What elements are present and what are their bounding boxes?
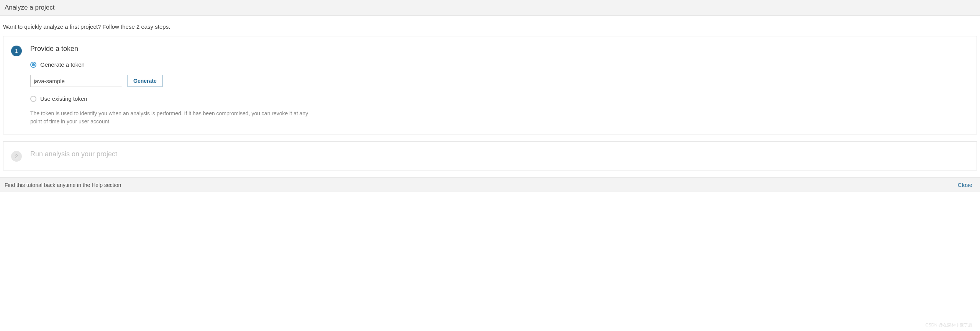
step1-number: 1: [11, 46, 22, 56]
page-title: Analyze a project: [5, 4, 975, 11]
step1-body: Provide a token Generate a token Generat…: [30, 45, 969, 126]
token-help-text: The token is used to identify you when a…: [30, 110, 310, 126]
intro-text: Want to quickly analyze a first project?…: [0, 16, 980, 36]
step1-title: Provide a token: [30, 45, 969, 53]
radio-existing-token[interactable]: Use existing token: [30, 95, 969, 102]
footer-help-text: Find this tutorial back anytime in the H…: [5, 182, 121, 188]
step2-body: Run analysis on your project: [30, 150, 969, 158]
step2: 2 Run analysis on your project: [11, 150, 969, 162]
generate-button[interactable]: Generate: [128, 75, 162, 87]
radio-checked-icon: [32, 63, 35, 66]
token-name-input[interactable]: [30, 75, 122, 87]
step2-panel: 2 Run analysis on your project: [3, 141, 977, 170]
page-header: Analyze a project: [0, 0, 980, 16]
step2-title: Run analysis on your project: [30, 150, 969, 158]
step1-panel: 1 Provide a token Generate a token Gener…: [3, 36, 977, 134]
token-input-row: Generate: [30, 75, 969, 87]
close-link[interactable]: Close: [958, 182, 972, 188]
radio-existing-token-label: Use existing token: [40, 95, 87, 102]
page-footer: Find this tutorial back anytime in the H…: [0, 177, 980, 192]
radio-existing-token-input[interactable]: [30, 96, 36, 102]
radio-generate-token-label: Generate a token: [40, 61, 85, 68]
radio-generate-token[interactable]: Generate a token: [30, 61, 969, 68]
step1: 1 Provide a token Generate a token Gener…: [11, 45, 969, 126]
step2-number: 2: [11, 151, 22, 162]
radio-generate-token-input[interactable]: [30, 62, 36, 68]
